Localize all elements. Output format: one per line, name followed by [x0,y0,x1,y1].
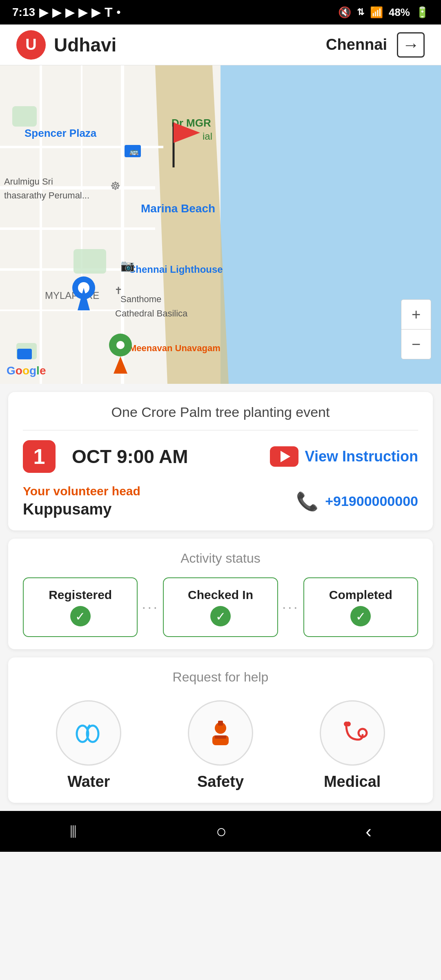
dots-sep-1: ··· [142,599,159,616]
play-triangle [281,451,290,462]
header-left: U Udhavi [16,30,116,60]
svg-rect-12 [74,249,106,274]
dots-sep-2: ··· [282,599,299,616]
status-time: 7:13 [12,6,35,19]
date-text: OCT 9:00 AM [72,445,188,468]
svg-text:📷: 📷 [120,259,135,272]
safety-label: Safety [197,773,244,791]
google-logo: Google [7,364,46,377]
yt-icon2: ▶ [52,6,61,19]
svg-text:☸: ☸ [110,180,120,192]
youtube-icon [270,446,298,467]
medical-label: Medical [324,773,381,791]
app-title: Udhavi [54,34,116,56]
status-completed: Completed ✓ [303,577,418,637]
activity-status-card: Activity status Registered ✓ ··· Checked… [8,539,433,649]
help-safety[interactable]: Safety [188,700,253,791]
status-bar: 7:13 ▶ ▶ ▶ ▶ ▶ T • 🔇 ⇅ 📶 48% 🔋 [0,0,441,24]
svg-text:Santhome: Santhome [120,294,161,304]
volunteer-row: Your volunteer head Kuppusamy 📞 +9190000… [23,484,418,518]
signal-icon: 📶 [370,6,383,19]
request-help-title: Request for help [23,670,418,685]
svg-text:Arulmigu Sri: Arulmigu Sri [4,176,53,187]
completed-label: Completed [329,588,392,602]
status-checked-in: Checked In ✓ [163,577,278,637]
svg-text:Spencer Plaza: Spencer Plaza [24,127,97,139]
phone-row[interactable]: 📞 +91900000000 [296,491,418,512]
svg-text:Marina Beach: Marina Beach [141,202,215,215]
map-zoom-controls: + − [401,299,431,359]
status-registered: Registered ✓ [23,577,138,637]
svg-point-48 [346,722,351,726]
yt-icon3: ▶ [65,6,74,19]
svg-rect-45 [218,721,223,726]
yt-icon4: ▶ [78,6,87,19]
safety-icon-circle [188,700,253,766]
yt-icon5: ▶ [91,6,100,19]
svg-text:Cathedral Basilica: Cathedral Basilica [115,308,188,318]
nav-back-icon[interactable]: ‹ [365,821,372,842]
phone-icon: 📞 [296,491,318,512]
svg-rect-44 [215,735,226,739]
help-row: Water Safety [23,696,418,791]
checked-in-check: ✓ [210,606,231,626]
svg-point-32 [116,341,125,349]
svg-text:Meenavan Unavagam: Meenavan Unavagam [129,343,220,353]
volunteer-name: Kuppusamy [23,501,140,518]
event-card: One Crore Palm tree planting event 1 OCT… [8,392,433,530]
completed-check: ✓ [350,606,371,626]
svg-text:✝: ✝ [114,285,122,296]
event-title: One Crore Palm tree planting event [23,404,418,430]
app-header: U Udhavi Chennai → [0,24,441,65]
carrier-icon: T [105,5,113,20]
svg-text:🚌: 🚌 [129,147,139,156]
nav-home-icon[interactable]: ○ [216,821,227,842]
svg-text:thasarathy Perumal...: thasarathy Perumal... [4,190,89,200]
checked-in-label: Checked In [188,588,253,602]
battery-percent: 48% [389,6,410,19]
dot-icon: • [117,6,121,19]
safety-svg-icon [204,717,237,749]
view-instruction-button[interactable]: View Instruction [270,446,418,467]
zoom-in-button[interactable]: + [401,300,431,329]
date-row: 1 OCT 9:00 AM View Instruction [23,440,418,473]
battery-icon: 🔋 [416,6,429,19]
bottom-nav: ⦀ ○ ‹ [0,811,441,852]
view-instruction-label: View Instruction [305,448,418,465]
registered-check: ✓ [70,606,91,626]
city-label: Chennai [326,36,387,53]
mute-icon: 🔇 [338,6,351,19]
water-icon-circle [56,700,121,766]
map-container[interactable]: Spencer Plaza Dr MGR ial Arulmigu Sri th… [0,65,441,384]
volunteer-head-label: Your volunteer head [23,484,140,498]
app-logo: U [16,30,46,60]
activity-status-title: Activity status [23,551,418,566]
header-right: Chennai → [326,32,425,58]
date-badge: 1 [23,440,56,473]
zoom-out-button[interactable]: − [401,330,431,359]
water-svg-icon [72,717,105,749]
svg-text:Chennai Lighthouse: Chennai Lighthouse [129,264,223,275]
logout-button[interactable]: → [397,32,425,58]
nav-menu-icon[interactable]: ⦀ [69,821,77,842]
help-water[interactable]: Water [56,700,121,791]
yt-icon1: ▶ [39,6,48,19]
svg-rect-11 [12,106,37,127]
svg-text:ial: ial [203,131,212,142]
data-icon: ⇅ [357,7,364,18]
svg-rect-27 [17,349,32,359]
map-svg: Spencer Plaza Dr MGR ial Arulmigu Sri th… [0,65,441,384]
volunteer-info: Your volunteer head Kuppusamy [23,484,140,518]
medical-icon-circle [320,700,385,766]
help-medical[interactable]: Medical [320,700,385,791]
status-bar-right: 🔇 ⇅ 📶 48% 🔋 [338,6,429,19]
phone-number: +91900000000 [325,493,418,509]
activity-status-row: Registered ✓ ··· Checked In ✓ ··· Comple… [23,577,418,637]
request-help-card: Request for help Water Safety [8,657,433,803]
status-bar-left: 7:13 ▶ ▶ ▶ ▶ ▶ T • [12,5,120,20]
medical-svg-icon [336,717,369,749]
registered-label: Registered [49,588,112,602]
water-label: Water [67,773,110,791]
